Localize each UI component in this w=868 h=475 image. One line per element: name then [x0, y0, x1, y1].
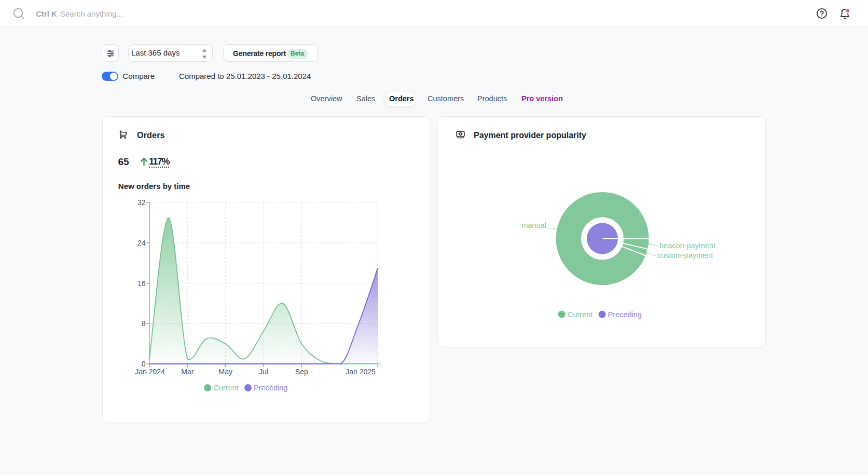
svg-text:Mar: Mar [181, 368, 194, 376]
svg-text:32: 32 [137, 198, 146, 207]
svg-text:manual: manual [521, 221, 546, 229]
svg-text:Jan 2024: Jan 2024 [135, 368, 165, 376]
svg-text:Jan 2025: Jan 2025 [346, 368, 376, 376]
svg-text:Current: Current [568, 310, 593, 319]
svg-text:8: 8 [142, 319, 146, 328]
svg-text:Jul: Jul [259, 368, 268, 376]
svg-text:custom-payment: custom-payment [657, 251, 713, 260]
svg-text:0: 0 [142, 360, 146, 368]
svg-text:24: 24 [137, 239, 146, 247]
svg-text:Sep: Sep [295, 368, 308, 376]
svg-text:16: 16 [137, 279, 146, 288]
svg-text:beacon-payment: beacon-payment [659, 241, 715, 250]
svg-text:Preceding: Preceding [608, 310, 642, 319]
svg-text:Current: Current [214, 384, 239, 392]
svg-text:Preceding: Preceding [254, 384, 287, 392]
svg-text:May: May [218, 368, 232, 376]
